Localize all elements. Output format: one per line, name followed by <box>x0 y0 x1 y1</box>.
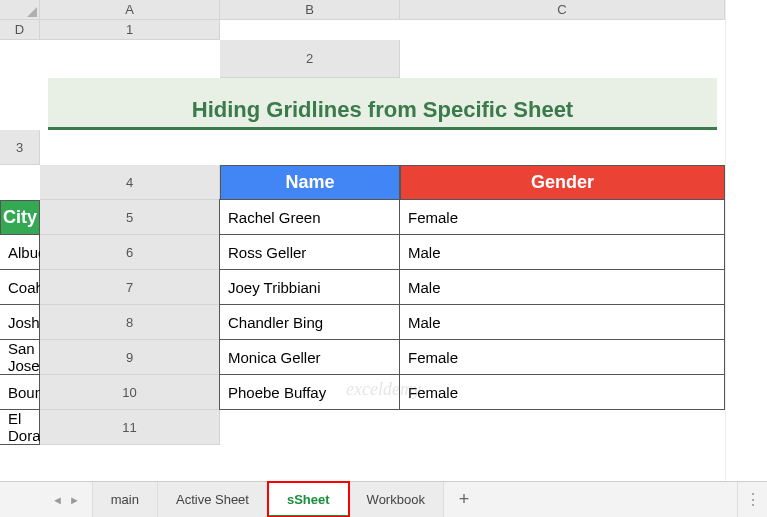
cell-city[interactable]: Bountiful <box>0 374 40 410</box>
empty-cell[interactable] <box>220 20 400 40</box>
row-header[interactable]: 9 <box>40 340 220 375</box>
add-sheet-button[interactable]: + <box>444 482 484 517</box>
vertical-scroll-area[interactable] <box>725 0 767 481</box>
column-header[interactable]: B <box>220 0 400 20</box>
select-all-cell[interactable] <box>0 0 40 20</box>
cell-city[interactable]: San Jose <box>0 339 40 375</box>
cell-name[interactable]: Phoebe Buffay <box>219 374 400 410</box>
sheet-tab[interactable]: sSheet <box>268 482 349 517</box>
table-header-gender: Gender <box>400 165 725 200</box>
empty-cell[interactable] <box>220 410 400 445</box>
cell-gender[interactable]: Female <box>399 199 725 235</box>
sheet-tab[interactable]: main <box>93 482 158 517</box>
empty-cell[interactable] <box>40 130 220 165</box>
empty-cell[interactable] <box>400 410 725 445</box>
cell-name[interactable]: Monica Geller <box>219 339 400 375</box>
cell-name[interactable]: Ross Geller <box>219 234 400 270</box>
table-header-city: City <box>0 200 40 235</box>
cell-city[interactable]: Coahoma <box>0 269 40 305</box>
empty-cell[interactable] <box>0 40 40 78</box>
row-header[interactable]: 6 <box>40 235 220 270</box>
page-title: Hiding Gridlines from Specific Sheet <box>48 78 717 130</box>
cell-city[interactable]: Joshua <box>0 304 40 340</box>
cell-gender[interactable]: Male <box>399 304 725 340</box>
column-header[interactable]: A <box>40 0 220 20</box>
row-header[interactable]: 10 <box>40 375 220 410</box>
column-header[interactable]: D <box>0 20 40 40</box>
row-header[interactable]: 1 <box>40 20 220 40</box>
row-header[interactable]: 2 <box>220 40 400 78</box>
cell-gender[interactable]: Male <box>399 269 725 305</box>
spreadsheet-grid: ABCD12Hiding Gridlines from Specific She… <box>0 0 767 445</box>
cell-city[interactable]: Albuquerque <box>0 234 40 270</box>
sheet-tab-bar: ◄ ► mainActive SheetsSheetWorkbook + ⋮ <box>0 481 767 517</box>
cell-gender[interactable]: Female <box>399 374 725 410</box>
cell-gender[interactable]: Male <box>399 234 725 270</box>
cell-city[interactable]: El Dorado <box>0 409 40 445</box>
row-header[interactable]: 3 <box>0 130 40 165</box>
tab-menu-icon[interactable]: ⋮ <box>737 482 767 517</box>
row-header[interactable]: 8 <box>40 305 220 340</box>
cell-name[interactable]: Chandler Bing <box>219 304 400 340</box>
cell-name[interactable]: Rachel Green <box>219 199 400 235</box>
sheet-tab[interactable]: Workbook <box>349 482 444 517</box>
tab-next-icon[interactable]: ► <box>69 494 80 506</box>
table-header-name: Name <box>220 165 400 200</box>
cell-gender[interactable]: Female <box>399 339 725 375</box>
column-header[interactable]: C <box>400 0 725 20</box>
row-header[interactable]: 7 <box>40 270 220 305</box>
cell-name[interactable]: Joey Tribbiani <box>219 269 400 305</box>
tab-prev-icon[interactable]: ◄ <box>52 494 63 506</box>
empty-cell[interactable] <box>400 20 725 40</box>
row-header[interactable]: 5 <box>40 200 220 235</box>
tab-nav-arrows: ◄ ► <box>40 482 93 517</box>
row-header[interactable]: 4 <box>40 165 220 200</box>
empty-cell[interactable] <box>220 130 400 165</box>
empty-cell[interactable] <box>0 165 40 200</box>
row-header[interactable]: 11 <box>40 410 220 445</box>
empty-cell[interactable] <box>400 130 725 165</box>
empty-cell[interactable] <box>40 40 220 78</box>
sheet-tab[interactable]: Active Sheet <box>158 482 268 517</box>
